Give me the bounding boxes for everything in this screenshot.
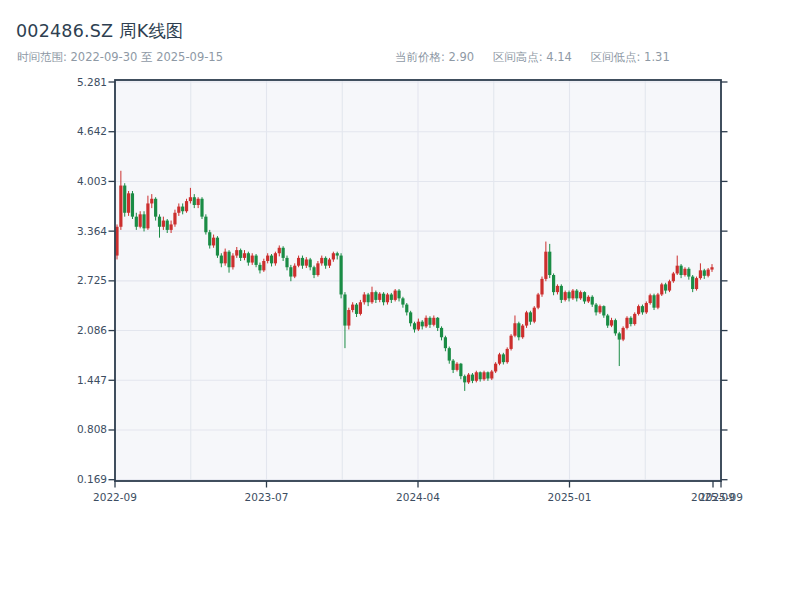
candle-body <box>177 207 180 213</box>
candle-body <box>397 291 400 299</box>
candle-body <box>127 193 130 212</box>
candle-body <box>227 252 230 268</box>
candle-body <box>158 217 161 227</box>
candle-body <box>591 297 594 305</box>
candle-body <box>529 312 532 321</box>
candle-body <box>197 199 200 205</box>
candle-body <box>293 266 296 277</box>
candle-body <box>374 292 377 300</box>
candle-body <box>606 315 609 325</box>
candle-body <box>652 295 655 307</box>
candle-body <box>660 284 663 294</box>
candle-body <box>432 318 435 325</box>
candle-body <box>509 336 512 349</box>
candle-body <box>455 364 458 370</box>
candle-body <box>710 267 713 269</box>
candle-body <box>421 322 424 327</box>
candle-body <box>587 297 590 302</box>
candle-body <box>139 214 142 226</box>
last-point-label: 2025-09 <box>691 491 735 503</box>
candle-body <box>162 221 165 227</box>
candle-body <box>382 294 385 303</box>
candle-body <box>239 250 242 258</box>
candle-body <box>467 375 470 383</box>
candle-body <box>482 372 485 379</box>
candle-body <box>150 199 153 204</box>
candle-body <box>598 306 601 312</box>
candle-body <box>498 354 501 363</box>
candle-body <box>320 258 323 263</box>
candle-body <box>270 256 273 264</box>
candle-body <box>135 217 138 227</box>
candle-body <box>254 256 257 265</box>
candle-body <box>490 371 493 378</box>
candle-body <box>699 270 702 278</box>
candle-body <box>525 312 528 325</box>
candle-body <box>575 291 578 299</box>
candle-body <box>540 279 543 295</box>
candle-body <box>166 221 169 230</box>
candle-body <box>436 318 439 328</box>
candle-body <box>610 320 613 325</box>
candle-body <box>479 372 482 379</box>
y-tick-label: 4.642 <box>77 125 107 137</box>
y-tick-label: 1.447 <box>77 374 107 386</box>
candle-body <box>297 258 300 266</box>
candle-body <box>336 253 339 255</box>
candle-body <box>278 248 281 253</box>
candle-body <box>618 333 621 339</box>
candle-body <box>386 294 389 302</box>
candle-body <box>312 267 315 275</box>
candle-body <box>649 295 652 303</box>
candle-body <box>247 253 250 262</box>
candle-body <box>687 269 690 277</box>
candle-body <box>417 322 420 330</box>
candle-body <box>282 248 285 258</box>
candle-body <box>629 318 632 324</box>
y-tick-label: 4.003 <box>77 175 107 187</box>
candle-body <box>224 252 227 264</box>
candle-body <box>378 294 381 300</box>
candle-body <box>204 217 207 233</box>
candle-body <box>668 281 671 290</box>
candle-body <box>363 294 366 302</box>
candle-body <box>193 197 196 205</box>
candle-body <box>602 306 605 315</box>
candle-body <box>452 361 455 370</box>
candle-body <box>622 328 625 340</box>
candle-body <box>633 314 636 324</box>
candle-body <box>463 376 466 382</box>
candle-body <box>231 256 234 268</box>
candle-body <box>506 349 509 362</box>
x-tick-label: 2022-09 <box>93 491 137 503</box>
candle-body <box>691 277 694 289</box>
candle-body <box>637 306 640 314</box>
candle-body <box>564 292 567 300</box>
candle-body <box>683 269 686 275</box>
candle-body <box>567 292 570 298</box>
candle-body <box>200 199 203 217</box>
candle-body <box>413 323 416 329</box>
candle-body <box>351 305 354 310</box>
kline-page: 002486.SZ 周K线图 时间范围: 2022-09-30 至 2025-0… <box>0 0 800 600</box>
candle-body <box>409 312 412 323</box>
kline-chart: 5.2814.6424.0033.3642.7252.0861.4470.808… <box>0 0 800 600</box>
candle-body <box>448 348 451 360</box>
candle-body <box>285 258 288 267</box>
candle-body <box>343 294 346 325</box>
candle-body <box>695 278 698 289</box>
candle-body <box>258 265 261 270</box>
candle-body <box>486 372 489 378</box>
candle-body <box>517 323 520 337</box>
candle-body <box>367 294 370 302</box>
candle-body <box>274 253 277 263</box>
candle-body <box>594 305 597 313</box>
candle-body <box>339 256 342 295</box>
candle-body <box>672 273 675 281</box>
candle-body <box>266 256 269 261</box>
candle-body <box>676 266 679 274</box>
candle-body <box>664 284 667 290</box>
candle-body <box>359 302 362 314</box>
candle-body <box>181 207 184 212</box>
candle-body <box>220 256 223 264</box>
